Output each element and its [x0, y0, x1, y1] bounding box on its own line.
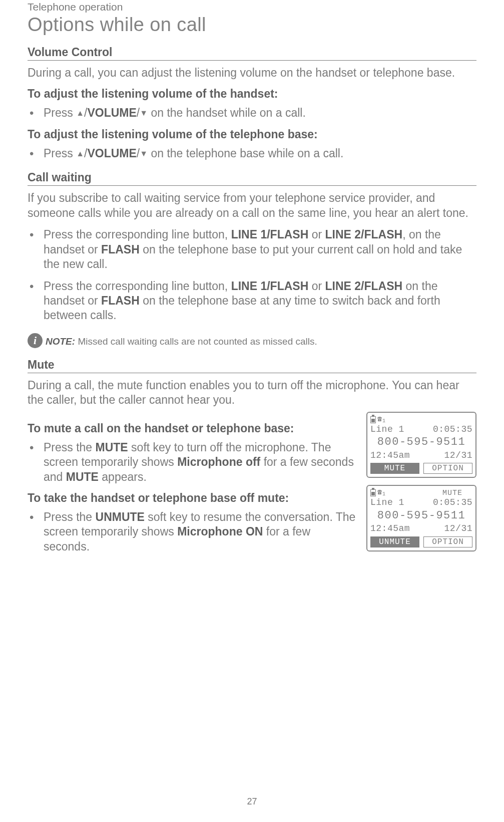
flash-label: /FLASH	[267, 228, 308, 241]
note-text: NOTE: Missed call waiting calls are not …	[46, 335, 317, 348]
text: Press the corresponding line button,	[44, 280, 231, 293]
flash-label: FLASH	[101, 294, 140, 307]
flash-label: /FLASH	[361, 228, 402, 241]
lcd-line-label: Line 1	[370, 424, 404, 435]
note-body: Missed call waiting calls are not counte…	[75, 336, 317, 347]
text: Press the	[44, 510, 96, 523]
text: Press the	[44, 441, 96, 454]
flash-label: FLASH	[101, 243, 140, 256]
mute-key-label: MUTE	[96, 441, 128, 454]
volume-base-label: To adjust the listening volume of the te…	[28, 128, 476, 141]
volume-handset-label: To adjust the listening volume of the ha…	[28, 87, 476, 101]
line1-label: LINE 1	[231, 280, 267, 293]
triangle-down-icon	[140, 147, 148, 160]
mic-off-label: Microphone off	[177, 455, 260, 468]
handset-icon: ☎	[377, 416, 382, 423]
triangle-down-icon	[140, 106, 148, 119]
handset-icon: ☎	[377, 489, 382, 496]
text: Press the corresponding line button,	[44, 228, 231, 241]
softkey-option: OPTION	[423, 536, 472, 547]
lcd-timer: 0:05:35	[433, 497, 472, 508]
battery-icon	[370, 489, 376, 496]
section-heading-mute: Mute	[28, 358, 476, 373]
text: or	[308, 228, 325, 241]
mute-off-bullet: Press the UNMUTE soft key to resume the …	[28, 510, 357, 554]
lcd-time: 12:45am	[370, 523, 410, 534]
callwaiting-bullet-2: Press the corresponding line button, LIN…	[28, 279, 476, 323]
mute-on-label: To mute a call on the handset or telepho…	[28, 422, 357, 435]
lcd-line-label: Line 1	[370, 497, 404, 508]
lcd-phone-number: 800-595-9511	[370, 509, 472, 523]
mute-off-label: To take the handset or telephone base of…	[28, 491, 357, 505]
section-heading-callwaiting: Call waiting	[28, 171, 476, 186]
unmute-key-label: UNMUTE	[96, 510, 145, 523]
mute-key-label: MUTE	[66, 470, 99, 483]
triangle-up-icon	[76, 106, 84, 119]
page-number: 27	[0, 796, 504, 807]
breadcrumb: Telephone operation	[28, 0, 476, 13]
volume-word: VOLUME	[87, 147, 136, 160]
line-indicator: 1	[382, 492, 385, 497]
flash-label: /FLASH	[361, 280, 402, 293]
line1-label: LINE 1	[231, 228, 267, 241]
text: appears.	[99, 470, 147, 483]
lcd-screen-mute: ☎ 1 Line 1 0:05:35 800-595-9511 12:45am …	[366, 412, 476, 478]
section-heading-volume: Volume Control	[28, 46, 476, 61]
volume-handset-bullet: Press /VOLUME/ on the handset while on a…	[28, 106, 476, 120]
volume-intro: During a call, you can adjust the listen…	[28, 66, 476, 80]
info-icon: i	[28, 333, 43, 348]
lcd-timer: 0:05:35	[433, 424, 472, 435]
note-row: i NOTE: Missed call waiting calls are no…	[28, 333, 476, 348]
softkey-unmute: UNMUTE	[370, 536, 419, 547]
line2-label: LINE 2	[325, 228, 361, 241]
lcd-screen-unmute: ☎ 1 MUTE Line 1 0:05:35 800-595-9511 12:…	[366, 485, 476, 552]
volume-base-bullet: Press /VOLUME/ on the telephone base whi…	[28, 146, 476, 161]
note-label: NOTE:	[46, 336, 75, 347]
volume-word: VOLUME	[87, 106, 136, 119]
softkey-option: OPTION	[423, 463, 472, 474]
battery-icon	[370, 416, 376, 423]
mic-on-label: Microphone ON	[177, 525, 263, 538]
line2-label: LINE 2	[325, 280, 361, 293]
lcd-date: 12/31	[444, 450, 472, 461]
lcd-mute-indicator: MUTE	[442, 489, 462, 497]
mute-on-bullet: Press the MUTE soft key to turn off the …	[28, 440, 357, 484]
mute-intro: During a call, the mute function enables…	[28, 378, 476, 408]
lcd-time: 12:45am	[370, 450, 410, 461]
softkey-mute: MUTE	[370, 463, 419, 474]
text: Press	[44, 147, 76, 160]
text: on the telephone base while on a call.	[148, 147, 343, 160]
page-title: Options while on call	[28, 14, 476, 36]
flash-label: /FLASH	[267, 280, 308, 293]
text: or	[308, 280, 325, 293]
text: on the handset while on a call.	[148, 106, 306, 119]
callwaiting-intro: If you subscribe to call waiting service…	[28, 191, 476, 220]
lcd-date: 12/31	[444, 523, 472, 534]
callwaiting-bullet-1: Press the corresponding line button, LIN…	[28, 227, 476, 271]
line-indicator: 1	[382, 419, 385, 424]
text: Press	[44, 106, 76, 119]
lcd-phone-number: 800-595-9511	[370, 435, 472, 449]
triangle-up-icon	[76, 147, 84, 160]
